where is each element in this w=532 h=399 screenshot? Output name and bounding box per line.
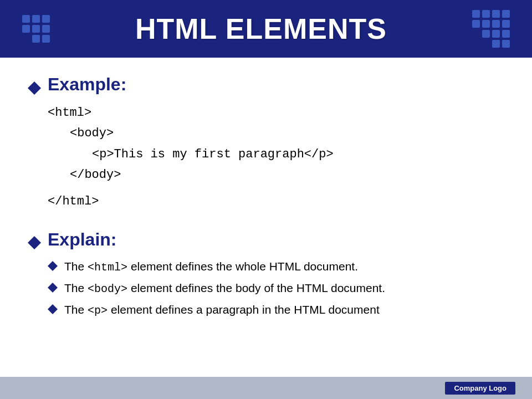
explain-item-2-text: The <body> element defines the body of t…: [64, 279, 504, 298]
company-logo: Company Logo: [445, 382, 515, 395]
slide-content: Example: <html> <body> <p>This is my fir…: [0, 58, 532, 377]
code-line-4: </body>: [48, 165, 504, 185]
code-line-1: <html>: [48, 103, 504, 123]
slide-footer: Company Logo: [0, 377, 532, 399]
example-title: Example:: [48, 74, 126, 95]
slide-header: HTML ELEMENTS: [0, 0, 532, 58]
explain-item-1-text: The <html> element defines the whole HTM…: [64, 258, 504, 276]
explain-bullet-icon: [28, 236, 41, 243]
code-line-2: <body>: [48, 123, 504, 144]
list-item: The <p> element defines a paragraph in t…: [48, 301, 504, 319]
explain-list: The <html> element defines the whole HTM…: [48, 258, 504, 319]
slide: HTML ELEMENTS Example:: [0, 0, 532, 399]
list-item: The <body> element defines the body of t…: [48, 279, 504, 298]
code-line-3: <p>This is my first paragraph</p>: [48, 144, 504, 165]
header-dots-left: [22, 15, 50, 43]
explain-item-3-tag: <p>: [88, 304, 108, 317]
page-title: HTML ELEMENTS: [135, 12, 387, 45]
sub-bullet-icon-1: [48, 261, 58, 266]
header-dots-right: [472, 10, 510, 48]
sub-bullet-icon-2: [48, 283, 58, 288]
explain-title: Explain:: [48, 229, 116, 250]
code-line-5: </html>: [48, 191, 504, 212]
list-item: The <html> element defines the whole HTM…: [48, 258, 504, 276]
explain-section: Explain: The <html> element defines the …: [28, 229, 504, 319]
explain-item-2-tag: <body>: [88, 283, 127, 295]
sub-bullet-icon-3: [48, 304, 58, 309]
explain-section-header: Explain:: [28, 229, 504, 250]
example-section-header: Example:: [28, 74, 504, 95]
explain-item-1-tag: <html>: [88, 261, 127, 274]
explain-item-3-text: The <p> element defines a paragraph in t…: [64, 301, 504, 319]
code-block: <html> <body> <p>This is my first paragr…: [48, 103, 504, 212]
example-bullet-icon: [28, 81, 41, 88]
